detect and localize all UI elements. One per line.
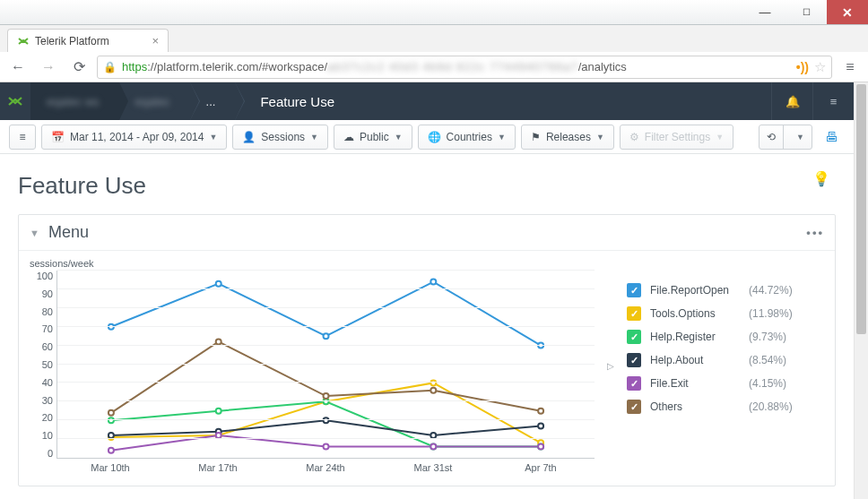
chrome-menu-button[interactable]: ≡ — [838, 55, 863, 80]
url-tail: /analytics — [578, 60, 627, 73]
window-maximize-button[interactable]: ☐ — [786, 0, 827, 24]
window-close-button[interactable]: ✕ — [827, 0, 868, 24]
tab-title: Telerik Platform — [35, 35, 109, 47]
lock-icon: 🔒 — [103, 61, 117, 73]
url-path: /#workspace/ — [258, 60, 327, 73]
forward-button: → — [36, 55, 61, 80]
url-masked: ab37c2c2 40d3 4b9d 822c 7744940766a7 — [327, 60, 578, 73]
url-scheme: https — [122, 60, 147, 73]
address-bar[interactable]: 🔒 https://platform.telerik.com/#workspac… — [97, 56, 832, 79]
tab-close-icon[interactable]: × — [152, 34, 159, 47]
url-host: ://platform.telerik.com — [147, 60, 258, 73]
rss-icon[interactable]: •)) — [796, 60, 809, 74]
telerik-favicon — [17, 35, 30, 47]
reload-button[interactable]: ⟳ — [66, 55, 91, 80]
window-minimize-button[interactable]: — — [744, 0, 786, 24]
back-button[interactable]: ← — [5, 55, 30, 80]
browser-tab[interactable]: Telerik Platform × — [7, 29, 169, 52]
bookmark-star-icon[interactable]: ☆ — [814, 59, 826, 75]
